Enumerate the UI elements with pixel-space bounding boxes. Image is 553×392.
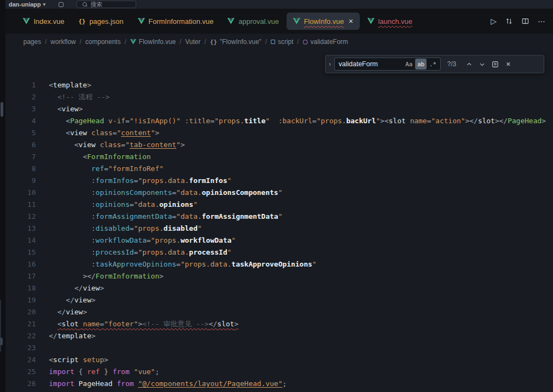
breadcrumb-item-flowinfo[interactable]: FlowInfo.vue: [130, 38, 176, 46]
previous-match-button[interactable]: [464, 59, 475, 69]
toggle-replace-icon[interactable]: ›: [326, 55, 334, 73]
code-line[interactable]: 25import { ref } from "vue";: [5, 366, 553, 378]
code-text: :opinionsComponents="data.opinionsCompon…: [49, 187, 283, 199]
breadcrumb: pages / workflow / components / FlowInfo…: [5, 34, 553, 50]
code-line[interactable]: 23: [5, 342, 553, 354]
code-line[interactable]: 15 :processId="props.data.processId": [5, 246, 553, 258]
tab-launch-vue[interactable]: launch.vue ×: [361, 12, 419, 30]
tab-forminformation-vue[interactable]: FormInformation.vue ×: [131, 12, 220, 30]
code-line[interactable]: 3 <view>: [5, 103, 553, 115]
code-line[interactable]: 24<script setup>: [5, 354, 553, 366]
layout-icon[interactable]: [59, 2, 63, 7]
code-text: <slot name="footer"><!-- 审批意见 --></slot>: [49, 318, 238, 330]
code-text: </view>: [49, 306, 87, 318]
code-line[interactable]: 14 :workflowData="props.workflowData": [5, 235, 553, 246]
more-actions-icon[interactable]: ⋯: [538, 17, 545, 25]
code-line[interactable]: 4 <PageHead v-if="!isInApp()" :title="pr…: [5, 115, 553, 127]
chevron-down-icon: ▾: [43, 2, 46, 7]
code-text: </template>: [49, 330, 96, 342]
code-line[interactable]: 6 <view class="tab-content">: [5, 139, 553, 151]
vue-icon: [138, 18, 145, 24]
code-line[interactable]: 18 </view>: [5, 282, 553, 294]
code-line[interactable]: 22</template>: [5, 330, 553, 342]
tab-flowinfo-vue[interactable]: FlowInfo.vue ×: [287, 12, 360, 30]
code-line[interactable]: 5 <view class="content">: [5, 127, 553, 139]
code-line[interactable]: 19 </view>: [5, 294, 553, 306]
breadcrumb-item-pages[interactable]: pages: [23, 38, 41, 46]
line-number: 15: [15, 246, 36, 258]
code-line[interactable]: 7 <FormInformation: [5, 151, 553, 163]
code-line[interactable]: 11 :opinions="data.opinions": [5, 199, 553, 211]
code-line[interactable]: 1<template>: [5, 79, 553, 91]
tab-bar: Index.vue × {} pages.json × FormInformat…: [5, 9, 553, 34]
braces-icon: {}: [210, 39, 217, 46]
code-text: </view>: [49, 294, 96, 306]
code-line[interactable]: 16 :taskApproveOpinions="props.data.task…: [5, 258, 553, 270]
code-text: :taskApproveOpinions="props.data.taskApp…: [49, 258, 316, 270]
line-number: 2: [15, 91, 36, 103]
breadcrumb-separator: /: [180, 38, 181, 46]
line-number: 16: [15, 258, 36, 270]
close-icon[interactable]: ×: [349, 17, 353, 25]
project-menu[interactable]: dan-uniapp ▾: [9, 1, 46, 8]
breadcrumb-separator: /: [297, 38, 299, 46]
breadcrumb-item-script[interactable]: script: [271, 38, 294, 46]
next-match-button[interactable]: [477, 59, 488, 69]
line-number: 1: [15, 79, 36, 91]
code-text: <view>: [49, 103, 83, 115]
code-line[interactable]: 8 ref="formInfoRef": [5, 163, 553, 175]
code-line[interactable]: 10 :opinionsComponents="data.opinionsCom…: [5, 187, 553, 199]
find-input[interactable]: validateForm Aa ab .*: [334, 58, 441, 71]
vscode-window: dan-uniapp ▾ 搜索 Index.vue × {} pages.jso…: [0, 0, 553, 392]
line-number: 10: [15, 187, 36, 199]
code-line[interactable]: 13 :disabled="props.disabled": [5, 223, 553, 235]
vue-icon: [130, 39, 136, 45]
search-label: 搜索: [91, 1, 103, 9]
search-icon: [82, 2, 87, 7]
breadcrumb-item-flowinfo-string[interactable]: {} "FlowInfo.vue": [210, 38, 262, 46]
find-query-text[interactable]: validateForm: [339, 60, 403, 68]
braces-icon: {}: [78, 18, 85, 25]
edge-notch: [0, 338, 3, 345]
line-number: 18: [15, 282, 36, 294]
code-line[interactable]: 12 :formAssignmentData="data.formAssignm…: [5, 211, 553, 223]
run-file-icon[interactable]: ▷: [491, 17, 497, 25]
breadcrumb-item-validateform[interactable]: validateForm: [303, 38, 348, 46]
line-number: 12: [15, 211, 36, 223]
symbol-cube-icon: [271, 40, 275, 44]
compare-changes-icon[interactable]: [505, 17, 513, 25]
line-number: 5: [15, 127, 36, 139]
close-find-icon[interactable]: ×: [503, 59, 514, 69]
editor-pane[interactable]: › validateForm Aa ab .* ?/3 ×: [5, 50, 553, 392]
tab-label: approval.vue: [238, 17, 278, 26]
line-number: 23: [15, 342, 36, 354]
code-text: :formAssignmentData="data.formAssignment…: [49, 211, 283, 223]
match-case-button[interactable]: Aa: [403, 59, 415, 69]
code-line[interactable]: 2 <!-- 流程 -->: [5, 91, 553, 103]
code-line[interactable]: 17 ></FormInformation>: [5, 270, 553, 282]
code-line[interactable]: 21 <slot name="footer"><!-- 审批意见 --></sl…: [5, 318, 553, 330]
breadcrumb-separator: /: [124, 38, 126, 46]
code-line[interactable]: 26import PageHead from "@/components/lay…: [5, 378, 553, 390]
tab-pages-json[interactable]: {} pages.json ×: [72, 12, 130, 30]
code-line[interactable]: 9 :formInfos="props.data.formInfos": [5, 175, 553, 187]
tab-index-vue[interactable]: Index.vue ×: [16, 12, 71, 30]
tab-label: launch.vue: [378, 17, 412, 26]
code-line[interactable]: 20 </view>: [5, 306, 553, 318]
tab-approval-vue[interactable]: approval.vue ×: [221, 12, 285, 30]
code-lines[interactable]: 1<template>2 <!-- 流程 -->3 <view>4 <PageH…: [5, 50, 553, 390]
code-text: :formInfos="props.data.formInfos": [49, 175, 232, 187]
breadcrumb-item-workflow[interactable]: workflow: [50, 38, 76, 46]
line-number: 3: [15, 103, 36, 115]
code-text: import PageHead from "@/components/layou…: [49, 378, 287, 390]
breadcrumb-separator: /: [265, 38, 267, 46]
whole-word-button[interactable]: ab: [415, 59, 427, 69]
find-in-selection-button[interactable]: [490, 59, 501, 69]
breadcrumb-item-components[interactable]: components: [85, 38, 120, 46]
split-editor-icon[interactable]: [522, 17, 529, 25]
global-search-box[interactable]: 搜索: [77, 1, 136, 8]
code-text: :processId="props.data.processId": [49, 246, 232, 258]
symbol-method-icon: [303, 40, 308, 45]
regex-button[interactable]: .*: [427, 59, 438, 69]
breadcrumb-item-vuter[interactable]: Vuter: [185, 38, 200, 46]
